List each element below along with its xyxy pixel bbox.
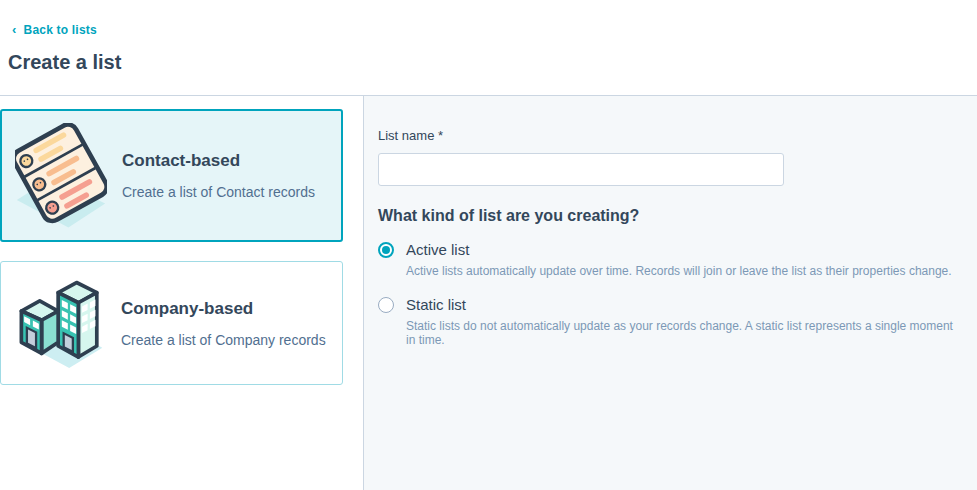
content-area: Contact-based Create a list of Contact r… xyxy=(0,95,977,490)
static-list-description: Static lists do not automatically update… xyxy=(406,319,961,347)
company-card-text: Company-based Create a list of Company r… xyxy=(121,299,326,348)
company-card-description: Create a list of Company records xyxy=(121,332,326,348)
contact-list-icon xyxy=(14,123,108,229)
active-list-label: Active list xyxy=(406,241,469,258)
active-list-option: Active list Active lists automatically u… xyxy=(378,241,961,278)
active-list-description: Active lists automatically update over t… xyxy=(406,264,961,278)
static-list-radio[interactable] xyxy=(378,297,394,313)
company-buildings-icon xyxy=(13,272,107,374)
contact-card-text: Contact-based Create a list of Contact r… xyxy=(122,151,315,200)
list-name-input[interactable] xyxy=(378,153,784,186)
static-list-label: Static list xyxy=(406,296,466,313)
list-type-column: Contact-based Create a list of Contact r… xyxy=(0,96,363,490)
list-kind-question: What kind of list are you creating? xyxy=(378,207,961,225)
page-header: ‹ Back to lists Create a list xyxy=(0,0,977,95)
back-chevron-icon: ‹ xyxy=(12,23,17,36)
contact-card-description: Create a list of Contact records xyxy=(122,184,315,200)
company-based-card[interactable]: Company-based Create a list of Company r… xyxy=(0,261,343,385)
list-settings-panel: List name * What kind of list are you cr… xyxy=(363,96,977,490)
list-name-label: List name * xyxy=(378,128,443,143)
contact-based-card[interactable]: Contact-based Create a list of Contact r… xyxy=(0,109,343,242)
active-list-radio-row[interactable]: Active list xyxy=(378,241,961,258)
active-list-radio[interactable] xyxy=(378,242,394,258)
static-list-radio-row[interactable]: Static list xyxy=(378,296,961,313)
back-link-label: Back to lists xyxy=(24,23,97,37)
page-title: Create a list xyxy=(8,51,961,74)
company-card-title: Company-based xyxy=(121,299,326,319)
static-list-option: Static list Static lists do not automati… xyxy=(378,296,961,347)
contact-card-title: Contact-based xyxy=(122,151,315,171)
back-to-lists-link[interactable]: ‹ Back to lists xyxy=(12,23,97,37)
